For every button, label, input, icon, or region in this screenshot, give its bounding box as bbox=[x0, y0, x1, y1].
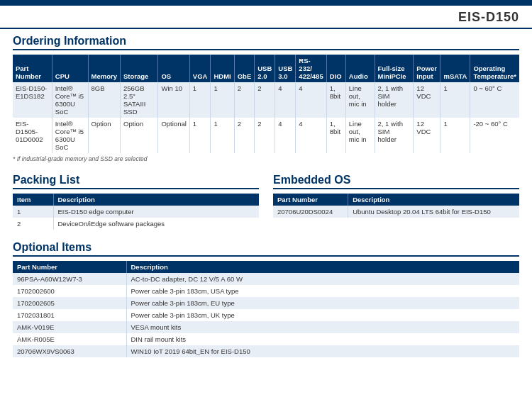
packing-list-section: Packing List Item Description 1EIS-D150 … bbox=[13, 171, 259, 230]
optional-row: AMK-V019EVESA mount kits bbox=[13, 321, 519, 333]
content-area: Ordering Information Part Number CPU Mem… bbox=[0, 29, 532, 373]
packing-row: 1EIS-D150 edge computer bbox=[13, 206, 259, 218]
header-bar bbox=[0, 0, 532, 6]
optional-row: AMK-R005EDIN rail mount kits bbox=[13, 333, 519, 345]
packing-list-title: Packing List bbox=[13, 171, 259, 189]
col-audio: Audio bbox=[345, 55, 375, 82]
embedded-col-desc: Description bbox=[348, 194, 519, 206]
packing-list-table: Item Description 1EIS-D150 edge computer… bbox=[13, 194, 259, 230]
embedded-os-section: Embedded OS Part Number Description 2070… bbox=[273, 171, 519, 230]
ordering-row: EIS-D150-E1DS182Intel® Core™ i5 6300U So… bbox=[13, 82, 519, 118]
optional-row: 1702031801Power cable 3-pin 183cm, UK ty… bbox=[13, 309, 519, 321]
ordering-footnote: * If industrial-grade memory and SSD are… bbox=[13, 155, 519, 162]
col-msata: mSATA bbox=[440, 55, 470, 82]
optional-row: 1702002600Power cable 3-pin 183cm, USA t… bbox=[13, 285, 519, 297]
col-os: OS bbox=[158, 55, 189, 82]
col-vga: VGA bbox=[189, 55, 211, 82]
model-title: EIS-D150 bbox=[458, 10, 519, 25]
col-storage: Storage bbox=[121, 55, 158, 82]
packing-header-row: Item Description bbox=[13, 194, 259, 206]
packing-row: 2DeviceOn/iEdge software packages bbox=[13, 218, 259, 230]
optional-row: 96PSA-A60W12W7-3AC-to-DC adapter, DC 12 … bbox=[13, 273, 519, 285]
optional-header-row: Part Number Description bbox=[13, 261, 519, 273]
col-usb20: USB2.0 bbox=[255, 55, 275, 82]
col-usb30: USB3.0 bbox=[275, 55, 296, 82]
ordering-header-row: Part Number CPU Memory Storage OS VGA HD… bbox=[13, 55, 519, 82]
col-temp: OperatingTemperature* bbox=[470, 55, 519, 82]
ordering-title: Ordering Information bbox=[13, 32, 519, 50]
col-cpu: CPU bbox=[52, 55, 88, 82]
packing-col-item: Item bbox=[13, 194, 53, 206]
col-rs232: RS-232/422/485 bbox=[296, 55, 326, 82]
embedded-os-row: 20706U20DS0024Ubuntu Desktop 20.04 LTS 6… bbox=[273, 206, 519, 218]
col-dio: DIO bbox=[326, 55, 345, 82]
optional-row: 1702002605Power cable 3-pin 183cm, EU ty… bbox=[13, 297, 519, 309]
optional-items-table: Part Number Description 96PSA-A60W12W7-3… bbox=[13, 261, 519, 357]
ordering-table: Part Number CPU Memory Storage OS VGA HD… bbox=[13, 55, 519, 153]
embedded-os-table: Part Number Description 20706U20DS0024Ub… bbox=[273, 194, 519, 218]
title-bar: EIS-D150 bbox=[0, 6, 532, 29]
optional-col-part: Part Number bbox=[13, 261, 126, 273]
ordering-section: Ordering Information Part Number CPU Mem… bbox=[13, 32, 519, 162]
optional-col-desc: Description bbox=[126, 261, 519, 273]
col-gbe: GbE bbox=[234, 55, 255, 82]
col-memory: Memory bbox=[88, 55, 120, 82]
embedded-col-part: Part Number bbox=[273, 194, 348, 206]
col-minipcie: Full-sizeMiniPCIe bbox=[375, 55, 414, 82]
optional-items-title: Optional Items bbox=[13, 238, 519, 257]
col-hdmi: HDMI bbox=[211, 55, 234, 82]
embedded-os-header-row: Part Number Description bbox=[273, 194, 519, 206]
col-power: PowerInput bbox=[414, 55, 440, 82]
packing-col-desc: Description bbox=[53, 194, 259, 206]
optional-row: 20706WX9VS0063WIN10 IoT 2019 64bit_EN fo… bbox=[13, 345, 519, 357]
optional-items-section: Optional Items Part Number Description 9… bbox=[13, 238, 519, 357]
col-part-number: Part Number bbox=[13, 55, 52, 82]
embedded-os-title: Embedded OS bbox=[273, 171, 519, 189]
middle-row: Packing List Item Description 1EIS-D150 … bbox=[13, 171, 519, 230]
ordering-row: EIS-D1505-01D0002Intel® Core™ i5 6300U S… bbox=[13, 118, 519, 153]
